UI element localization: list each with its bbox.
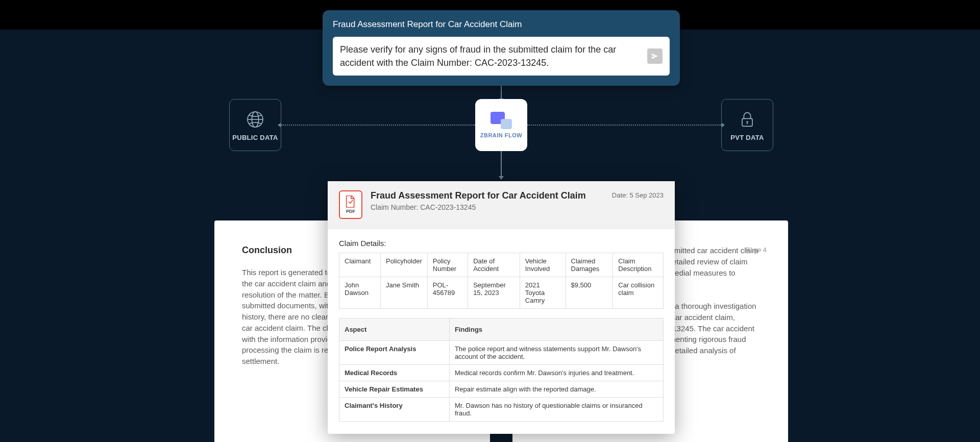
claim-table-cell: POL-456789	[427, 277, 468, 309]
findings-table-row: Vehicle Repair EstimatesRepair estimate …	[339, 381, 664, 398]
findings-aspect-cell: Vehicle Repair Estimates	[339, 381, 450, 398]
private-data-label: PVT DATA	[730, 134, 764, 141]
connector-public-to-center	[281, 125, 475, 126]
claim-table-cell: Car collision claim	[613, 277, 664, 309]
findings-aspect-cell: Claimant's History	[339, 398, 450, 422]
findings-aspect-cell: Police Report Analysis	[339, 341, 450, 365]
send-icon	[651, 52, 659, 60]
findings-finding-cell: The police report and witness statements…	[449, 341, 663, 365]
claim-details-label: Claim Details:	[339, 239, 664, 248]
pdf-icon: PDF	[339, 190, 362, 219]
findings-finding-cell: Repair estimate align with the reported …	[449, 381, 663, 398]
findings-finding-cell: Mr. Dawson has no history of questionabl…	[449, 398, 663, 422]
claim-table-header: Claimed Damages	[566, 253, 613, 277]
claim-table-cell: 2021 Toyota Camry	[520, 277, 566, 309]
arrow-center-to-report	[501, 151, 502, 177]
report-body: Claim Details: ClaimantPolicyholderPolic…	[328, 229, 675, 434]
claim-table-cell: Jane Smith	[380, 277, 427, 309]
zbrain-brand-label: ZBRAIN FLOW	[480, 132, 522, 138]
prompt-card: Fraud Assessment Report for Car Accident…	[323, 10, 680, 86]
claim-table-header: Date of Accident	[468, 253, 520, 277]
public-data-label: PUBLIC DATA	[232, 134, 278, 141]
claim-table-header: Claim Description	[613, 253, 664, 277]
claim-table-header: Policyholder	[380, 253, 427, 277]
claim-table-cell: John Dawson	[339, 277, 381, 309]
private-data-node: PVT DATA	[721, 99, 773, 151]
report-title: Fraud Assessment Report for Car Accident…	[371, 190, 606, 201]
lock-icon	[737, 109, 757, 130]
findings-table-row: Police Report AnalysisThe police report …	[339, 341, 664, 365]
bg-right-page-number: Page 4	[746, 246, 767, 254]
prompt-card-title: Fraud Assessment Report for Car Accident…	[333, 19, 670, 30]
findings-finding-cell: Medical records confirm Mr. Dawson's inj…	[449, 365, 663, 381]
claim-details-table: ClaimantPolicyholderPolicy NumberDate of…	[339, 253, 664, 309]
zbrain-flow-node: ZBRAIN FLOW	[475, 99, 527, 151]
findings-table-header: Findings	[449, 318, 663, 341]
svg-point-4	[746, 121, 748, 122]
claim-table-cell: $9,500	[566, 277, 613, 309]
prompt-text[interactable]: Please verify for any signs of fraud in …	[340, 43, 641, 69]
public-data-node: PUBLIC DATA	[229, 99, 281, 151]
findings-table: AspectFindings Police Report AnalysisThe…	[339, 318, 664, 422]
claim-table-cell: September 15, 2023	[468, 277, 520, 309]
claim-table-header: Vehicle Involved	[520, 253, 566, 277]
connector-center-to-private	[527, 125, 721, 126]
findings-table-row: Medical RecordsMedical records confirm M…	[339, 365, 664, 381]
globe-icon	[245, 109, 265, 130]
zbrain-logo-icon	[491, 112, 512, 129]
findings-aspect-cell: Medical Records	[339, 365, 450, 381]
send-button[interactable]	[647, 48, 663, 64]
report-card: PDF Fraud Assessment Report for Car Acci…	[328, 181, 675, 434]
findings-table-header: Aspect	[339, 318, 450, 341]
prompt-input-row: Please verify for any signs of fraud in …	[333, 37, 670, 76]
claim-table-header: Claimant	[339, 253, 381, 277]
report-header: PDF Fraud Assessment Report for Car Acci…	[328, 181, 675, 229]
report-date: Date: 5 Sep 2023	[612, 190, 664, 199]
claim-table-header: Policy Number	[427, 253, 468, 277]
findings-table-row: Claimant's HistoryMr. Dawson has no hist…	[339, 398, 664, 422]
pdf-label: PDF	[346, 209, 355, 214]
report-subtitle: Claim Number: CAC-2023-13245	[371, 203, 606, 211]
